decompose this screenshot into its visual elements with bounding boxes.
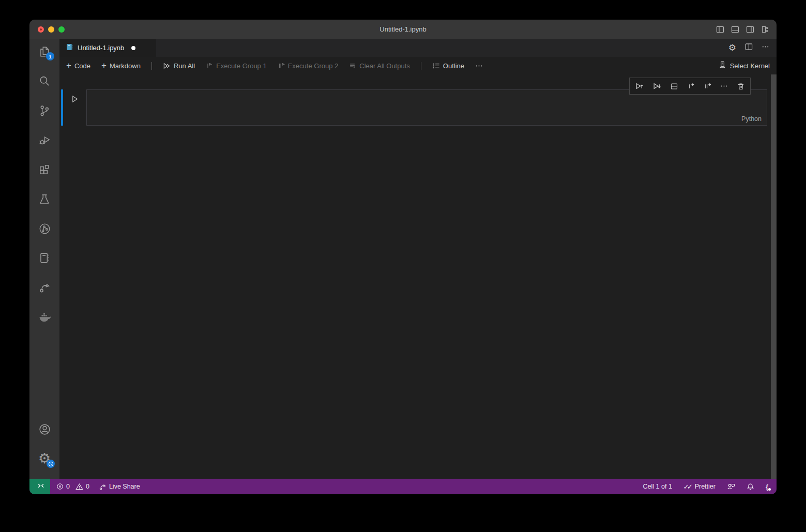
toggle-panel-icon[interactable] <box>731 25 739 34</box>
cell-language-picker[interactable]: Python <box>741 115 762 123</box>
sidebar-item-source-control[interactable] <box>29 98 59 124</box>
bell-icon <box>747 483 754 491</box>
add-markdown-cell-button[interactable]: + Markdown <box>101 62 141 70</box>
add-to-group-2-icon[interactable] <box>704 82 711 90</box>
live-share-icon <box>38 281 51 294</box>
split-cell-icon[interactable] <box>670 82 678 90</box>
tab-bar: Untitled-1.ipynb ⚙ <box>59 39 777 57</box>
outline-label: Outline <box>443 62 464 70</box>
clear-outputs-icon <box>349 62 356 69</box>
add-code-cell-button[interactable]: + Code <box>66 62 90 70</box>
plus-icon: + <box>66 61 71 70</box>
feedback-icon <box>727 482 735 491</box>
execute-cell-and-below-icon[interactable] <box>652 82 661 90</box>
braces-icon: { <box>766 483 768 490</box>
execute-group-2-label: Execute Group 2 <box>288 62 339 70</box>
cell-position-label: Cell 1 of 1 <box>643 483 672 490</box>
add-code-label: Code <box>74 62 90 70</box>
toolbar-more-button[interactable] <box>475 62 483 70</box>
warning-icon <box>75 483 83 491</box>
add-markdown-label: Markdown <box>110 62 141 70</box>
more-actions-icon[interactable] <box>762 43 769 53</box>
run-debug-icon <box>38 133 51 147</box>
run-all-button[interactable]: Run All <box>163 62 195 70</box>
git-graph-icon <box>38 222 52 236</box>
problems-indicator[interactable]: 0 0 <box>56 483 89 491</box>
account-icon <box>38 422 52 436</box>
window-title: Untitled-1.ipynb <box>29 25 777 33</box>
run-all-label: Run All <box>174 62 195 70</box>
select-kernel-label: Select Kernel <box>730 62 770 70</box>
sidebar-item-git-history[interactable] <box>29 216 59 241</box>
live-share-label: Live Share <box>109 483 140 490</box>
cell-editor[interactable]: Python <box>86 89 767 126</box>
errors-count: 0 <box>66 483 70 490</box>
clear-all-outputs-label: Clear All Outputs <box>359 62 410 70</box>
execute-group-2-icon <box>278 62 285 69</box>
kernel-server-icon <box>719 61 726 70</box>
status-bar: 0 0 Live Share Cell 1 of 1 ✓✓ <box>29 479 777 494</box>
execute-above-cells-icon[interactable] <box>635 82 644 90</box>
titlebar: Untitled-1.ipynb <box>29 20 777 39</box>
outline-icon <box>432 62 440 70</box>
tab-untitled-1-ipynb[interactable]: Untitled-1.ipynb <box>59 39 156 57</box>
customize-layout-icon[interactable] <box>761 25 769 34</box>
tab-dirty-indicator[interactable] <box>131 46 135 50</box>
execute-group-2-button: Execute Group 2 <box>278 62 339 70</box>
settings-clock-badge <box>47 460 55 468</box>
cell-more-actions-icon[interactable] <box>720 82 728 90</box>
sidebar-item-search[interactable] <box>29 68 59 94</box>
tab-label: Untitled-1.ipynb <box>78 44 124 52</box>
explorer-badge: 1 <box>46 52 54 60</box>
extensions-icon <box>38 163 51 176</box>
activity-bar: 1 <box>29 39 59 479</box>
notebook-editor: Python <box>59 74 777 479</box>
clear-all-outputs-button: Clear All Outputs <box>349 62 410 70</box>
braces-status-button[interactable]: { <box>766 483 768 490</box>
sidebar-item-docker[interactable] <box>29 304 59 330</box>
ellipsis-icon <box>475 62 483 70</box>
scrollbar[interactable] <box>771 74 777 479</box>
settings-button[interactable]: ⚙ <box>29 446 59 472</box>
search-icon <box>38 74 51 88</box>
sidebar-item-testing[interactable] <box>29 186 59 212</box>
warnings-count: 0 <box>86 483 89 490</box>
live-share-icon <box>99 483 107 491</box>
run-all-icon <box>163 62 171 70</box>
toolbar-separator <box>421 62 421 70</box>
add-to-group-1-icon[interactable] <box>687 82 695 90</box>
cell-position-indicator[interactable]: Cell 1 of 1 <box>643 483 672 490</box>
error-icon <box>56 483 64 490</box>
sidebar-item-extensions[interactable] <box>29 157 59 183</box>
notebook-settings-gear-icon[interactable]: ⚙ <box>728 43 736 52</box>
execute-group-1-label: Execute Group 1 <box>216 62 267 70</box>
toggle-secondary-sidebar-icon[interactable] <box>746 25 754 34</box>
execute-group-1-button: Execute Group 1 <box>206 62 267 70</box>
sidebar-item-run-debug[interactable] <box>29 127 59 153</box>
notebook-cell: Python <box>59 89 771 126</box>
remote-indicator[interactable] <box>29 479 50 494</box>
source-control-icon <box>38 104 51 117</box>
notebook-toolbar: + Code + Markdown Run All <box>59 57 777 74</box>
sidebar-item-jupyter[interactable] <box>29 245 59 271</box>
prettier-label: Prettier <box>695 483 716 490</box>
docker-icon <box>37 310 52 324</box>
delete-cell-icon[interactable] <box>737 82 745 90</box>
vscode-window: Untitled-1.ipynb <box>29 20 777 494</box>
prettier-status[interactable]: ✓✓ Prettier <box>683 483 716 491</box>
notebook-icon <box>38 251 51 265</box>
toggle-primary-sidebar-icon[interactable] <box>716 25 724 34</box>
notebook-file-icon <box>66 43 73 53</box>
sidebar-item-live-share[interactable] <box>29 275 59 300</box>
sidebar-item-explorer[interactable]: 1 <box>29 39 59 65</box>
notifications-button[interactable] <box>747 483 754 491</box>
outline-button[interactable]: Outline <box>432 62 464 70</box>
toolbar-separator <box>151 62 152 70</box>
plus-icon: + <box>101 61 107 70</box>
split-editor-icon[interactable] <box>745 43 753 53</box>
live-share-status[interactable]: Live Share <box>99 483 140 491</box>
account-button[interactable] <box>29 416 59 442</box>
run-cell-icon[interactable] <box>70 95 79 105</box>
select-kernel-button[interactable]: Select Kernel <box>719 61 770 70</box>
feedback-button[interactable] <box>727 482 735 491</box>
